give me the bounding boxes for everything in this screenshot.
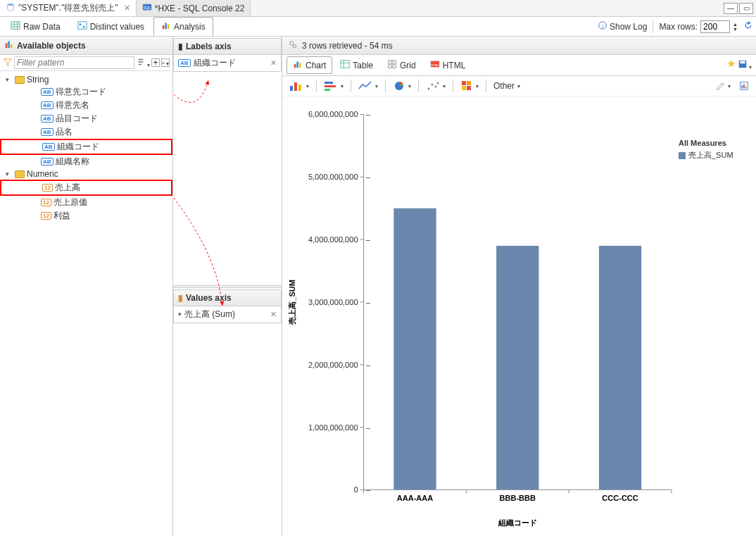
filter-input[interactable] [14,56,134,69]
max-rows-stepper[interactable]: ▲▼ [733,22,738,32]
svg-rect-38 [325,82,333,84]
svg-text:売上高_SUM: 売上高_SUM [288,280,296,325]
svg-point-19 [290,42,294,45]
star-icon[interactable] [726,59,736,71]
svg-rect-53 [743,84,745,88]
chart-tab[interactable]: Chart [286,56,332,74]
line-type-icon[interactable] [357,79,379,93]
show-log-link[interactable]: i Show Log [598,20,647,32]
export-icon[interactable] [738,80,750,92]
svg-rect-10 [83,26,85,28]
analysis-tab[interactable]: Analysis [153,17,213,36]
svg-point-42 [428,88,430,90]
svg-rect-37 [298,85,301,91]
panel-title: Available objects [17,41,86,51]
svg-rect-13 [168,24,170,29]
distinct-icon [77,20,87,32]
distinct-tab[interactable]: Distinct values [70,17,152,36]
hbar-type-icon[interactable] [322,79,345,93]
bar-chart-icon [161,20,171,32]
svg-rect-21 [294,64,296,68]
tree-leaf-uriage[interactable]: 12売上高 [0,180,172,196]
remove-icon[interactable]: ✕ [267,58,277,68]
numeric-folder[interactable]: ▾Numeric [0,168,172,180]
labels-axis-item[interactable]: AB組織コード✕ [174,55,281,71]
filter-options-icon[interactable] [136,57,150,69]
settings-icon[interactable] [714,80,732,92]
editor-tab-other[interactable]: SQL *HXE - SQL Console 22 [137,0,251,16]
svg-text:0: 0 [353,485,358,494]
sql-icon: SQL [142,2,152,14]
svg-rect-17 [8,42,10,49]
svg-text:2,000,000,000: 2,000,000,000 [308,361,358,369]
save-icon[interactable] [738,59,752,71]
scatter-type-icon[interactable] [424,79,447,93]
collapse-icon[interactable]: - [161,58,170,67]
grid-tab[interactable]: Grid [381,56,422,74]
svg-rect-84 [599,246,641,490]
svg-rect-18 [11,44,13,48]
tree-leaf[interactable]: 12利益 [0,209,172,223]
svg-rect-24 [341,61,349,68]
svg-text:1,000,000,000: 1,000,000,000 [308,423,358,432]
filter-icon [3,57,13,69]
table-tab[interactable]: Table [334,56,379,74]
tree-leaf[interactable]: AB組織名称 [0,155,172,168]
html-tab[interactable]: HTMLHTML [424,56,472,74]
chart-canvas: 0–1,000,000,000–2,000,000,000–3,000,000,… [282,96,679,536]
minimize-button[interactable]: — [724,3,738,14]
pie-type-icon[interactable] [391,79,412,93]
svg-text:CCC-CCC: CCC-CCC [602,494,638,502]
svg-rect-54 [745,87,747,89]
raw-data-tab[interactable]: Raw Data [3,17,68,36]
splitter[interactable] [173,285,282,288]
svg-rect-9 [79,23,81,25]
labels-axis-title: Labels axis [186,42,232,51]
tree-leaf[interactable]: AB品目コード [0,112,172,125]
available-objects-panel: Available objects + - ▾String AB得意先コード A… [0,37,173,536]
svg-rect-39 [325,85,336,87]
tree-leaf[interactable]: AB得意先名 [0,99,172,112]
html-icon: HTML [430,59,440,71]
svg-point-43 [431,84,434,86]
tree-leaf[interactable]: AB得意先コード [0,85,172,99]
svg-text:6,000,000,000: 6,000,000,000 [308,110,358,118]
editor-tab-other-label: *HXE - SQL Console 22 [155,4,245,13]
heatmap-type-icon[interactable] [459,79,480,93]
tree-leaf-soshiki-code[interactable]: AB組織コード [0,139,172,155]
tree-leaf[interactable]: AB品名 [0,125,172,139]
editor-tabs: "SYSTEM"."得意先別売上" ✕ SQL *HXE - SQL Conso… [0,0,756,17]
refresh-icon[interactable] [743,20,753,32]
main-panel: 3 rows retrieved - 54 ms Chart Table Gri… [282,37,756,536]
svg-rect-22 [296,62,298,68]
svg-text:–: – [366,423,371,432]
objects-icon [4,39,14,51]
other-chart-menu[interactable]: Other [492,80,522,92]
svg-rect-40 [325,89,330,91]
folder-icon [15,170,25,178]
editor-tab-label: "SYSTEM"."得意先別売上" [18,2,118,14]
close-icon[interactable]: ✕ [121,4,130,13]
svg-text:AAA-AAA: AAA-AAA [397,494,434,502]
string-type-icon: AB [178,59,191,67]
bar-type-icon[interactable] [288,79,310,93]
remove-icon[interactable]: ✕ [267,310,277,319]
editor-tab-active[interactable]: "SYSTEM"."得意先別売上" ✕ [0,0,137,16]
svg-rect-81 [496,246,538,490]
max-rows-input[interactable] [700,20,730,33]
string-folder[interactable]: ▾String [0,74,172,85]
svg-point-44 [435,86,437,88]
folder-label: Numeric [27,169,58,179]
view-mode-toolbar: Raw Data Distinct values Analysis i Show… [0,17,756,37]
svg-text:組織コード: 組織コード [498,518,537,527]
tree-leaf[interactable]: 12売上原価 [0,196,172,209]
svg-rect-28 [393,61,396,63]
svg-text:i: i [602,23,603,30]
maximize-button[interactable]: ▭ [739,3,753,14]
svg-rect-3 [11,22,20,30]
svg-rect-30 [393,65,396,68]
values-axis-title: Values axis [186,293,232,303]
svg-rect-16 [6,43,8,48]
values-axis-item[interactable]: ▾売上高 (Sum)✕ [174,306,281,323]
expand-icon[interactable]: + [151,58,160,67]
